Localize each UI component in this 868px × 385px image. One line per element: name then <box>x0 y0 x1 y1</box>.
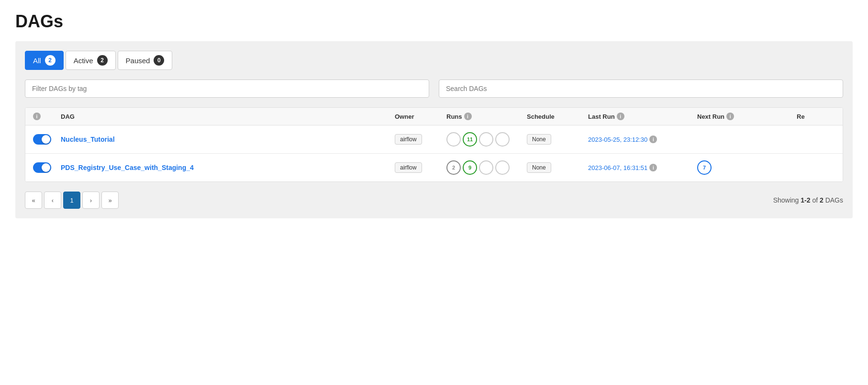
row2-runs: 2 9 <box>446 160 523 175</box>
page-container: DAGs All 2 Active 2 Paused 0 <box>0 0 868 385</box>
tag-filter-input[interactable] <box>25 79 429 98</box>
last-page-button[interactable]: » <box>101 192 119 209</box>
tab-active-label: Active <box>74 57 93 65</box>
page-title: DAGs <box>15 11 853 32</box>
col-runs: Runs i <box>446 113 523 120</box>
row1-toggle[interactable] <box>33 134 51 145</box>
current-page-button[interactable]: 1 <box>63 192 80 209</box>
row1-last-run-info-icon[interactable]: i <box>649 136 657 143</box>
table-row: PDS_Registry_Use_Case_with_Staging_4 air… <box>25 154 843 181</box>
table-row: Nucleus_Tutorial airflow 11 None 2023-05… <box>25 125 843 154</box>
tab-all-badge: 2 <box>45 55 56 66</box>
showing-middle: of <box>811 196 820 204</box>
tab-paused-label: Paused <box>126 57 150 65</box>
row2-owner: airflow <box>395 162 443 173</box>
row2-last-run-value: 2023-06-07, 16:31:51 <box>588 164 647 171</box>
col-dag: DAG <box>61 113 391 120</box>
row1-schedule: None <box>527 134 584 145</box>
row1-last-run: 2023-05-25, 23:12:30 i <box>588 136 693 143</box>
col-last-run: Last Run i <box>588 113 693 120</box>
tab-paused-badge: 0 <box>154 55 164 66</box>
row2-toggle-cell <box>33 162 57 173</box>
showing-after: DAGs <box>823 196 843 204</box>
col-info: i <box>33 113 57 120</box>
dag-info-icon[interactable]: i <box>33 113 41 120</box>
col-re: Re <box>797 113 835 120</box>
next-page-button[interactable]: › <box>82 192 100 209</box>
row1-dag-name[interactable]: Nucleus_Tutorial <box>61 136 391 143</box>
tab-paused[interactable]: Paused 0 <box>118 51 173 70</box>
tab-all-label: All <box>33 57 41 65</box>
tab-active-badge: 2 <box>97 55 108 66</box>
dags-table: i DAG Owner Runs i Schedule Last Run i N… <box>25 107 843 182</box>
showing-range: 1-2 <box>801 196 810 204</box>
row2-schedule-badge: None <box>527 162 551 173</box>
table-header: i DAG Owner Runs i Schedule Last Run i N… <box>25 108 843 125</box>
row2-dag-name[interactable]: PDS_Registry_Use_Case_with_Staging_4 <box>61 164 391 171</box>
first-page-button[interactable]: « <box>25 192 42 209</box>
showing-total: 2 <box>820 196 823 204</box>
row1-runs: 11 <box>446 132 523 147</box>
showing-text: Showing 1-2 of 2 DAGs <box>773 196 843 204</box>
row1-owner: airflow <box>395 134 443 145</box>
row1-schedule-badge: None <box>527 134 551 145</box>
row2-run-circle-2[interactable]: 9 <box>463 160 477 175</box>
row2-schedule: None <box>527 162 584 173</box>
row1-run-circle-3[interactable] <box>479 132 493 147</box>
row1-owner-badge: airflow <box>395 134 422 145</box>
row1-run-circle-2[interactable]: 11 <box>463 132 477 147</box>
filter-bar <box>25 79 843 98</box>
col-owner: Owner <box>395 113 443 120</box>
row2-run-circle-3[interactable] <box>479 160 493 175</box>
row2-run-circle-1[interactable]: 2 <box>446 160 461 175</box>
next-run-info-icon[interactable]: i <box>726 113 734 120</box>
row1-run-circle-4[interactable] <box>495 132 510 147</box>
col-schedule: Schedule <box>527 113 584 120</box>
main-content: All 2 Active 2 Paused 0 i DAG <box>15 41 853 218</box>
tab-all[interactable]: All 2 <box>25 51 64 70</box>
col-next-run: Next Run i <box>697 113 793 120</box>
showing-before: Showing <box>773 196 801 204</box>
search-input[interactable] <box>439 79 843 98</box>
runs-info-icon[interactable]: i <box>464 113 472 120</box>
row2-next-run: 7 <box>697 160 793 175</box>
row1-toggle-cell <box>33 134 57 145</box>
row2-next-run-circle[interactable]: 7 <box>697 160 712 175</box>
row2-last-run-info-icon[interactable]: i <box>649 164 657 171</box>
row1-run-circle-1[interactable] <box>446 132 461 147</box>
prev-page-button[interactable]: ‹ <box>44 192 61 209</box>
row1-last-run-value: 2023-05-25, 23:12:30 <box>588 136 647 143</box>
row2-owner-badge: airflow <box>395 162 422 173</box>
row2-run-circle-4[interactable] <box>495 160 510 175</box>
tab-active[interactable]: Active 2 <box>66 51 116 70</box>
last-run-info-icon[interactable]: i <box>617 113 624 120</box>
pagination: « ‹ 1 › » <box>25 192 119 209</box>
row2-last-run: 2023-06-07, 16:31:51 i <box>588 164 693 171</box>
row2-toggle[interactable] <box>33 162 51 173</box>
tab-bar: All 2 Active 2 Paused 0 <box>25 51 843 70</box>
pagination-row: « ‹ 1 › » Showing 1-2 of 2 DAGs <box>25 192 843 209</box>
